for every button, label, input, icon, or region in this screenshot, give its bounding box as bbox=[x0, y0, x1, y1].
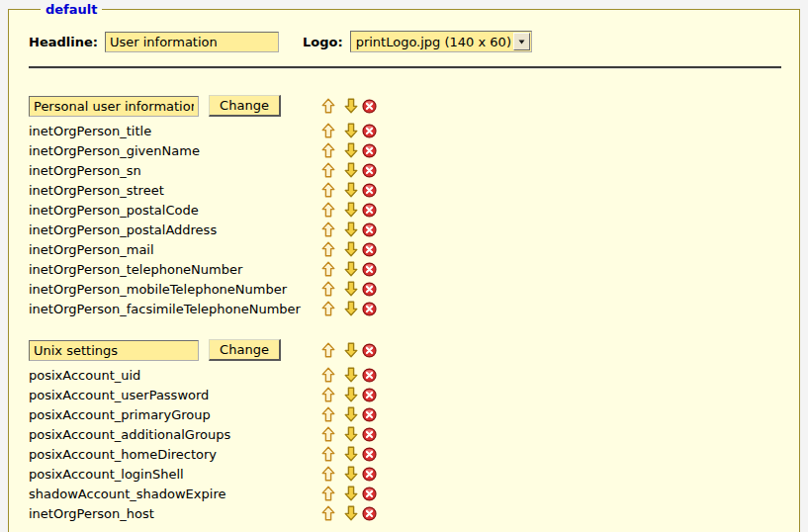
delete-icon[interactable] bbox=[362, 163, 377, 178]
row-icon-group bbox=[321, 505, 377, 521]
field-label: inetOrgPerson_postalCode bbox=[29, 203, 321, 218]
field-row: inetOrgPerson_givenName bbox=[29, 140, 787, 160]
delete-icon[interactable] bbox=[362, 124, 377, 138]
divider bbox=[29, 66, 781, 69]
up-arrow-icon[interactable] bbox=[321, 446, 335, 462]
field-row: shadowAccount_shadowExpire bbox=[29, 484, 787, 503]
delete-icon[interactable] bbox=[362, 427, 377, 442]
up-arrow-icon[interactable] bbox=[321, 142, 335, 158]
field-row: inetOrgPerson_host bbox=[29, 503, 787, 523]
row-icon-group bbox=[321, 222, 377, 237]
field-row: inetOrgPerson_postalAddress bbox=[29, 220, 787, 239]
up-arrow-icon[interactable] bbox=[321, 261, 335, 277]
field-row: inetOrgPerson_title bbox=[29, 121, 787, 140]
sections: Change inetOrgPerson_titl bbox=[29, 95, 787, 523]
down-arrow-icon[interactable] bbox=[344, 406, 358, 422]
section: Change posixAccount_uid bbox=[29, 339, 787, 523]
delete-icon[interactable] bbox=[362, 343, 377, 358]
field-row: posixAccount_userPassword bbox=[29, 385, 787, 404]
section-title-input[interactable] bbox=[29, 340, 199, 361]
down-arrow-icon[interactable] bbox=[344, 426, 358, 442]
down-arrow-icon[interactable] bbox=[344, 466, 358, 482]
dropdown-button[interactable] bbox=[513, 33, 530, 50]
row-icon-group bbox=[321, 123, 377, 138]
up-arrow-icon[interactable] bbox=[321, 281, 335, 297]
up-arrow-icon[interactable] bbox=[321, 387, 335, 402]
down-arrow-icon[interactable] bbox=[344, 261, 358, 277]
logo-select[interactable]: printLogo.jpg (140 x 60) bbox=[350, 31, 532, 52]
delete-icon[interactable] bbox=[362, 242, 377, 257]
delete-icon[interactable] bbox=[362, 143, 377, 158]
up-arrow-icon[interactable] bbox=[321, 406, 335, 422]
up-arrow-icon[interactable] bbox=[321, 182, 335, 198]
up-arrow-icon[interactable] bbox=[321, 162, 335, 178]
down-arrow-icon[interactable] bbox=[344, 123, 358, 138]
delete-icon[interactable] bbox=[362, 368, 377, 383]
field-label: posixAccount_loginShell bbox=[29, 467, 321, 482]
down-arrow-icon[interactable] bbox=[344, 505, 358, 521]
down-arrow-icon[interactable] bbox=[344, 281, 358, 297]
up-arrow-icon[interactable] bbox=[321, 98, 335, 114]
down-arrow-icon[interactable] bbox=[344, 486, 358, 501]
field-row: posixAccount_loginShell bbox=[29, 464, 787, 484]
field-row: inetOrgPerson_telephoneNumber bbox=[29, 259, 787, 279]
delete-icon[interactable] bbox=[362, 467, 377, 482]
delete-icon[interactable] bbox=[362, 99, 377, 114]
field-label: inetOrgPerson_street bbox=[29, 183, 321, 198]
up-arrow-icon[interactable] bbox=[321, 202, 335, 218]
down-arrow-icon[interactable] bbox=[344, 387, 358, 402]
down-arrow-icon[interactable] bbox=[344, 446, 358, 462]
down-arrow-icon[interactable] bbox=[344, 222, 358, 237]
down-arrow-icon[interactable] bbox=[344, 142, 358, 158]
down-arrow-icon[interactable] bbox=[344, 162, 358, 178]
field-row: posixAccount_homeDirectory bbox=[29, 444, 787, 464]
up-arrow-icon[interactable] bbox=[321, 367, 335, 383]
change-button[interactable]: Change bbox=[209, 339, 281, 361]
up-arrow-icon[interactable] bbox=[321, 426, 335, 442]
down-arrow-icon[interactable] bbox=[344, 301, 358, 316]
chevron-down-icon bbox=[518, 40, 525, 44]
headline-input[interactable] bbox=[105, 32, 279, 52]
field-label: inetOrgPerson_facsimileTelephoneNumber bbox=[29, 302, 321, 316]
up-arrow-icon[interactable] bbox=[321, 342, 335, 358]
field-label: inetOrgPerson_postalAddress bbox=[29, 222, 321, 237]
row-icon-group bbox=[321, 466, 377, 482]
delete-icon[interactable] bbox=[362, 506, 377, 521]
up-arrow-icon[interactable] bbox=[321, 222, 335, 237]
field-row: inetOrgPerson_mail bbox=[29, 239, 787, 259]
row-icon-group bbox=[321, 406, 377, 422]
up-arrow-icon[interactable] bbox=[321, 505, 335, 521]
up-arrow-icon[interactable] bbox=[321, 486, 335, 501]
down-arrow-icon[interactable] bbox=[344, 182, 358, 198]
section-icon-group bbox=[321, 98, 377, 114]
delete-icon[interactable] bbox=[362, 302, 377, 316]
delete-icon[interactable] bbox=[362, 203, 377, 218]
field-label: posixAccount_homeDirectory bbox=[29, 447, 321, 462]
field-label: inetOrgPerson_mail bbox=[29, 242, 321, 257]
down-arrow-icon[interactable] bbox=[344, 241, 358, 257]
up-arrow-icon[interactable] bbox=[321, 466, 335, 482]
section-title-input[interactable] bbox=[29, 96, 199, 117]
field-row: posixAccount_additionalGroups bbox=[29, 424, 787, 444]
change-button[interactable]: Change bbox=[209, 95, 281, 117]
down-arrow-icon[interactable] bbox=[344, 342, 358, 358]
delete-icon[interactable] bbox=[362, 447, 377, 462]
delete-icon[interactable] bbox=[362, 388, 377, 402]
delete-icon[interactable] bbox=[362, 222, 377, 237]
delete-icon[interactable] bbox=[362, 183, 377, 198]
section: Change inetOrgPerson_titl bbox=[29, 95, 787, 318]
fieldset-legend: default bbox=[41, 2, 102, 17]
down-arrow-icon[interactable] bbox=[344, 98, 358, 114]
down-arrow-icon[interactable] bbox=[344, 367, 358, 383]
delete-icon[interactable] bbox=[362, 487, 377, 501]
down-arrow-icon[interactable] bbox=[344, 202, 358, 218]
up-arrow-icon[interactable] bbox=[321, 123, 335, 138]
delete-icon[interactable] bbox=[362, 407, 377, 422]
row-icon-group bbox=[321, 426, 377, 442]
field-row: inetOrgPerson_facsimileTelephoneNumber bbox=[29, 299, 787, 318]
up-arrow-icon[interactable] bbox=[321, 241, 335, 257]
field-row: posixAccount_primaryGroup bbox=[29, 404, 787, 424]
delete-icon[interactable] bbox=[362, 282, 377, 297]
delete-icon[interactable] bbox=[362, 262, 377, 277]
up-arrow-icon[interactable] bbox=[321, 301, 335, 316]
